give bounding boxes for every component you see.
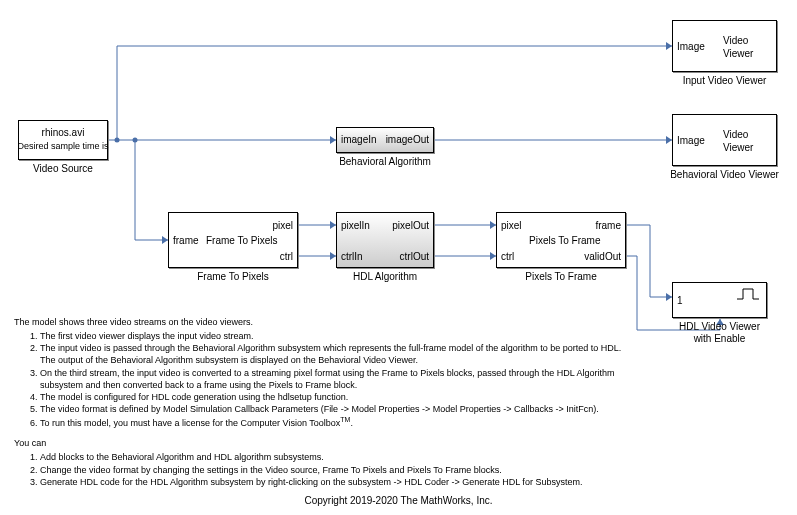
pixels-to-frame-block[interactable]: pixel ctrl Pixels To Frame frame validOu… (496, 212, 626, 268)
beh-alg-in: imageIn (341, 134, 377, 145)
behavioral-algorithm-block[interactable]: imageIn imageOut (336, 127, 434, 153)
desc-intro: The model shows three video streams on t… (14, 316, 637, 328)
port-image: Image (677, 41, 705, 52)
desc-y1: Add blocks to the Behavioral Algorithm a… (40, 452, 324, 462)
hdl-video-viewer-block[interactable]: 1 (672, 282, 767, 318)
desc-m3b: subsystem and then converted back to a f… (40, 380, 357, 390)
hdl-in2: ctrlIn (341, 251, 363, 262)
beh-alg-out: imageOut (386, 134, 429, 145)
behavioral-algorithm-label: Behavioral Algorithm (321, 156, 449, 167)
p2f-out1: frame (595, 220, 621, 231)
hdl-viewer-label1: HDL Video Viewer (662, 321, 777, 332)
video-source-file: rhinos.avi (19, 127, 107, 138)
frame-to-pixels-label: Frame To Pixels (168, 271, 298, 282)
description-text: The model shows three video streams on t… (6, 316, 637, 488)
hdl-algorithm-block[interactable]: pixelIn ctrlIn pixelOut ctrlOut (336, 212, 434, 268)
desc-m3: On the third stream, the input video is … (40, 368, 614, 378)
desc-y2: Change the video format by changing the … (40, 465, 502, 475)
p2f-in2: ctrl (501, 251, 514, 262)
enable-pulse-icon (736, 287, 760, 301)
hdl-out2: ctrlOut (400, 251, 429, 262)
desc-m5: The video format is defined by Model Sim… (40, 404, 599, 414)
hdl-algorithm-label: HDL Algorithm (336, 271, 434, 282)
p2f-title: Pixels To Frame (529, 235, 601, 246)
input-video-viewer-label: Input Video Viewer (672, 75, 777, 86)
svg-point-0 (115, 138, 120, 143)
hdl-viewer-port: 1 (677, 295, 683, 306)
video-source-label: Video Source (18, 163, 108, 174)
pixels-to-frame-label: Pixels To Frame (496, 271, 626, 282)
viewer-title2b: Viewer (723, 142, 753, 153)
desc-you: You can (14, 437, 637, 449)
copyright: Copyright 2019-2020 The MathWorks, Inc. (0, 495, 797, 506)
desc-m4: The model is configured for HDL code gen… (40, 392, 348, 402)
desc-m1: The first video viewer displays the inpu… (40, 331, 254, 341)
viewer-title2: Viewer (723, 48, 753, 59)
viewer-title1b: Video (723, 129, 748, 140)
desc-tm: TM (340, 416, 350, 423)
behavioral-video-viewer-block[interactable]: Image Video Viewer (672, 114, 777, 166)
desc-y3: Generate HDL code for the HDL Algorithm … (40, 477, 582, 487)
frame-to-pixels-block[interactable]: frame Frame To Pixels pixel ctrl (168, 212, 298, 268)
p2f-out2: validOut (584, 251, 621, 262)
video-source-sample: Desired sample time is (15, 141, 111, 151)
hdl-out1: pixelOut (392, 220, 429, 231)
p2f-in1: pixel (501, 220, 522, 231)
behavioral-video-viewer-label: Behavioral Video Viewer (662, 169, 787, 180)
hdl-in1: pixelIn (341, 220, 370, 231)
f2p-out2: ctrl (280, 251, 293, 262)
desc-m2b: The output of the Behavioral Algorithm s… (40, 355, 418, 365)
simulink-canvas: rhinos.avi Desired sample time is Video … (0, 0, 797, 515)
desc-m6: To run this model, you must have a licen… (40, 418, 340, 428)
desc-m2: The input video is passed through the Be… (40, 343, 621, 353)
f2p-in: frame (173, 235, 199, 246)
video-source-block[interactable]: rhinos.avi Desired sample time is (18, 120, 108, 160)
svg-point-4 (133, 138, 138, 143)
hdl-viewer-label2: with Enable (662, 333, 777, 344)
input-video-viewer-block[interactable]: Image Video Viewer (672, 20, 777, 72)
f2p-out1: pixel (272, 220, 293, 231)
port-image2: Image (677, 135, 705, 146)
f2p-title: Frame To Pixels (206, 235, 278, 246)
viewer-title1: Video (723, 35, 748, 46)
